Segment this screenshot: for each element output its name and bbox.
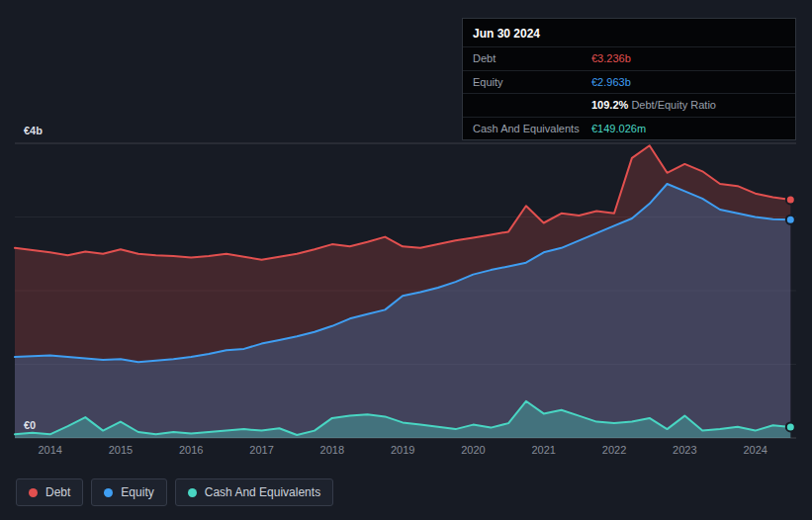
legend-item-cash[interactable]: Cash And Equivalents	[175, 478, 333, 506]
tooltip-row-cash: Cash And Equivalents €149.026m	[463, 117, 795, 140]
debt-dot-icon	[29, 488, 38, 497]
x-tick-label: 2018	[320, 444, 344, 456]
legend-equity-label: Equity	[121, 485, 153, 499]
x-tick-label: 2019	[391, 444, 414, 456]
equity-dot-icon	[104, 488, 113, 497]
legend-item-equity[interactable]: Equity	[91, 478, 166, 506]
legend-debt-label: Debt	[45, 485, 70, 499]
chart-legend: Debt Equity Cash And Equivalents	[16, 478, 333, 506]
tooltip-date: Jun 30 2024	[463, 19, 795, 46]
tooltip-debt-value: €3.236b	[591, 50, 631, 67]
x-tick-label: 2021	[532, 444, 556, 456]
tooltip-row-equity: Equity €2.963b	[463, 70, 795, 94]
chart-tooltip: Jun 30 2024 Debt €3.236b Equity €2.963b …	[462, 18, 796, 140]
financial-history-chart-panel: 2014201520162017201820192020202120222023…	[0, 0, 812, 520]
tooltip-ratio: 109.2% Debt/Equity Ratio	[591, 97, 716, 114]
y-tick-label: €4b	[24, 125, 43, 136]
tooltip-ratio-label: Debt/Equity Ratio	[631, 99, 716, 111]
x-tick-label: 2016	[179, 444, 203, 456]
x-tick-label: 2024	[743, 444, 767, 456]
cash-end-dot	[786, 422, 795, 431]
tooltip-equity-value: €2.963b	[591, 74, 631, 91]
tooltip-equity-label: Equity	[473, 74, 591, 91]
tooltip-row-ratio: 109.2% Debt/Equity Ratio	[463, 93, 795, 117]
x-tick-label: 2023	[673, 444, 696, 456]
tooltip-cash-label: Cash And Equivalents	[473, 121, 591, 137]
tooltip-row-debt: Debt €3.236b	[463, 46, 795, 70]
x-tick-label: 2015	[109, 444, 133, 456]
y-tick-label: €0	[24, 419, 36, 431]
tooltip-ratio-value: 109.2%	[591, 99, 628, 111]
cash-dot-icon	[188, 488, 197, 497]
x-tick-label: 2017	[249, 444, 273, 456]
legend-item-debt[interactable]: Debt	[16, 478, 83, 506]
tooltip-debt-label: Debt	[473, 50, 591, 67]
x-tick-label: 2022	[602, 444, 626, 456]
debt-end-dot	[786, 195, 795, 204]
x-tick-label: 2014	[38, 444, 61, 456]
legend-cash-label: Cash And Equivalents	[205, 485, 320, 499]
x-tick-label: 2020	[461, 444, 485, 456]
tooltip-cash-value: €149.026m	[591, 121, 646, 137]
equity-end-dot	[786, 216, 795, 224]
